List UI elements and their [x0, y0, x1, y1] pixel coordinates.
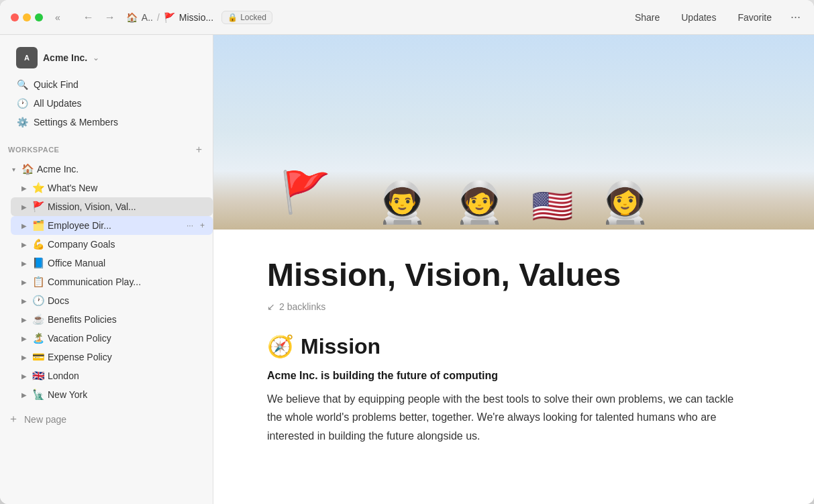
mission-body-text: We believe that by equipping people with…: [267, 390, 737, 445]
favorite-button[interactable]: Favorite: [732, 9, 777, 26]
sidebar-item-benefits[interactable]: ▶ ☕ Benefits Policies: [11, 310, 213, 329]
sidebar-item-all-updates[interactable]: 🕐 All Updates: [8, 94, 205, 113]
page-title: Mission, Vision, Values: [267, 256, 737, 293]
breadcrumb: 🏠 A.. / 🚩 Missio...: [126, 12, 213, 23]
sidebar-item-expense-policy[interactable]: ▶ 💳 Expense Policy: [11, 348, 213, 366]
employee-dir-emoji-icon: 🗂️: [32, 219, 45, 232]
lock-badge: 🔒 Locked: [221, 11, 272, 24]
lock-label: Locked: [240, 13, 266, 22]
backlinks-icon: ↙: [267, 301, 275, 312]
app-window: « ← → 🏠 A.. / 🚩 Missio... 🔒 Locked Share…: [0, 0, 814, 504]
company-goals-chevron-icon: ▶: [19, 239, 30, 250]
breadcrumb-page-icon: 🚩: [164, 12, 175, 23]
forward-button[interactable]: →: [102, 9, 118, 26]
sidebar-item-docs[interactable]: ▶ 🕐 Docs: [11, 291, 213, 310]
sidebar: A Acme Inc. ⌄ 🔍 Quick Find 🕐 All Updates…: [0, 35, 213, 504]
company-goals-label: Company Goals: [48, 239, 207, 250]
sidebar-tree: ▾ 🏠 Acme Inc. ▶ ⭐ What's New ▶ 🚩: [0, 160, 213, 404]
settings-label: Settings & Members: [34, 117, 197, 128]
backlinks-row[interactable]: ↙ 2 backlinks: [267, 301, 737, 312]
astronaut-2-icon: 🧑‍🚀: [454, 183, 505, 223]
usa-flag-icon: 🇺🇸: [531, 189, 573, 223]
new-york-label: New York: [48, 389, 207, 400]
acme-children: ▶ ⭐ What's New ▶ 🚩 Mission, Vision, Val.…: [0, 179, 213, 404]
content-body: Mission, Vision, Values ↙ 2 backlinks 🧭 …: [213, 230, 791, 485]
titlebar: « ← → 🏠 A.. / 🚩 Missio... 🔒 Locked Share…: [0, 0, 814, 35]
employee-dir-label: Employee Dir...: [48, 220, 181, 231]
employee-dir-more-button[interactable]: ···: [184, 219, 196, 232]
workspace-add-button[interactable]: +: [193, 142, 205, 157]
minimize-button[interactable]: [23, 13, 31, 21]
whats-new-chevron-icon: ▶: [19, 183, 30, 193]
london-label: London: [48, 370, 207, 381]
content-area: 👨‍🚀 🧑‍🚀 🇺🇸 👩‍🚀 🚩 Mission, Vision, Values…: [213, 35, 814, 504]
workspace-company-row[interactable]: A Acme Inc. ⌄: [8, 40, 205, 75]
astronaut-1-icon: 👨‍🚀: [377, 183, 427, 223]
hero-image: 👨‍🚀 🧑‍🚀 🇺🇸 👩‍🚀 🚩: [213, 35, 814, 230]
breadcrumb-separator: /: [157, 12, 160, 23]
acme-chevron-icon: ▾: [8, 164, 19, 174]
docs-emoji-icon: 🕐: [32, 295, 45, 307]
sidebar-item-vacation-policy[interactable]: ▶ 🏝️ Vacation Policy: [11, 329, 213, 348]
acme-emoji-icon: 🏠: [21, 163, 34, 175]
astronaut-3-icon: 👩‍🚀: [600, 183, 650, 223]
sidebar-item-settings[interactable]: ⚙️ Settings & Members: [8, 113, 205, 132]
new-page-label: New page: [24, 414, 66, 425]
collapse-sidebar-button[interactable]: «: [51, 9, 64, 26]
acme-logo: A: [16, 47, 38, 68]
expense-label: Expense Policy: [48, 352, 207, 362]
breadcrumb-home-label[interactable]: A..: [142, 12, 153, 23]
new-page-plus-icon: ＋: [8, 412, 19, 426]
sidebar-item-whats-new[interactable]: ▶ ⭐ What's New: [11, 179, 213, 197]
docs-chevron-icon: ▶: [19, 295, 30, 306]
close-button[interactable]: [11, 13, 19, 21]
communication-emoji-icon: 📋: [32, 276, 45, 288]
breadcrumb-home-icon: 🏠: [126, 12, 138, 23]
mission-section-heading: 🧭 Mission: [267, 334, 737, 359]
sidebar-item-london[interactable]: ▶ 🇬🇧 London: [11, 366, 213, 385]
mission-chevron-icon: ▶: [19, 201, 30, 212]
sidebar-item-mission[interactable]: ▶ 🚩 Mission, Vision, Val...: [11, 197, 213, 216]
sidebar-item-communication-play[interactable]: ▶ 📋 Communication Play...: [11, 272, 213, 291]
nav-buttons: ← →: [81, 9, 118, 26]
acme-label: Acme Inc.: [37, 164, 207, 174]
more-options-button[interactable]: ···: [788, 7, 803, 27]
whats-new-emoji-icon: ⭐: [32, 182, 45, 194]
expense-emoji-icon: 💳: [32, 351, 45, 363]
sidebar-top: A Acme Inc. ⌄ 🔍 Quick Find 🕐 All Updates…: [0, 35, 213, 137]
mission-emoji-icon: 🚩: [32, 201, 45, 213]
employee-dir-chevron-icon: ▶: [19, 220, 30, 231]
vacation-chevron-icon: ▶: [19, 333, 30, 344]
share-button[interactable]: Share: [629, 9, 665, 26]
quick-find-label: Quick Find: [34, 79, 197, 90]
sidebar-item-new-york[interactable]: ▶ 🗽 New York: [11, 385, 213, 404]
sidebar-item-acme-root[interactable]: ▾ 🏠 Acme Inc.: [0, 160, 213, 179]
workspace-section-label: WORKSPACE: [8, 146, 59, 154]
expense-chevron-icon: ▶: [19, 352, 30, 362]
workspace-header: WORKSPACE +: [0, 137, 213, 160]
back-button[interactable]: ←: [81, 9, 97, 26]
company-goals-emoji-icon: 💪: [32, 238, 45, 250]
sidebar-item-quick-find[interactable]: 🔍 Quick Find: [8, 75, 205, 94]
new-page-button[interactable]: ＋ New page: [0, 407, 213, 432]
workspace-chevron-icon: ⌄: [93, 53, 99, 62]
sidebar-item-employee-dir[interactable]: ▶ 🗂️ Employee Dir... ··· +: [11, 216, 213, 235]
docs-label: Docs: [48, 295, 207, 306]
search-icon: 🔍: [16, 79, 28, 90]
maximize-button[interactable]: [35, 13, 43, 21]
traffic-lights: [11, 13, 43, 21]
new-york-chevron-icon: ▶: [19, 389, 30, 400]
benefits-emoji-icon: ☕: [32, 313, 45, 325]
updates-button[interactable]: Updates: [676, 9, 721, 26]
new-york-emoji-icon: 🗽: [32, 389, 45, 401]
sidebar-item-company-goals[interactable]: ▶ 💪 Company Goals: [11, 235, 213, 254]
benefits-label: Benefits Policies: [48, 314, 207, 325]
titlebar-actions: Share Updates Favorite ···: [629, 7, 803, 27]
clock-icon: 🕐: [16, 98, 28, 109]
mission-heading-label: Mission: [301, 334, 380, 359]
breadcrumb-page-label[interactable]: Missio...: [179, 12, 213, 23]
employee-dir-add-button[interactable]: +: [197, 219, 207, 232]
compass-icon: 🧭: [267, 334, 294, 359]
london-emoji-icon: 🇬🇧: [32, 370, 45, 382]
sidebar-item-office-manual[interactable]: ▶ 📘 Office Manual: [11, 254, 213, 272]
